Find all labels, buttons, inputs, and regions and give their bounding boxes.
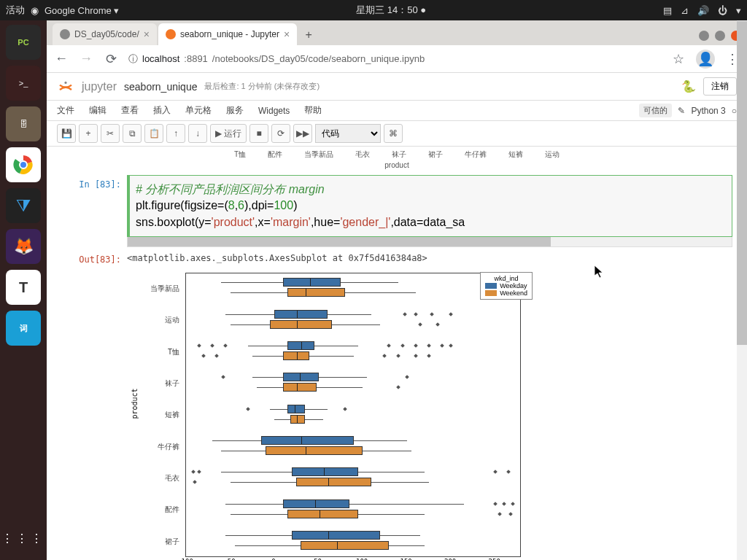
tab-title: seaborn_unique - Jupyter — [180, 29, 279, 39]
svg-point-3 — [64, 81, 66, 83]
menu-cell[interactable]: 单元格 — [185, 104, 212, 117]
forward-button[interactable]: → — [79, 51, 93, 66]
menu-insert[interactable]: 插入 — [153, 104, 171, 117]
reload-button[interactable]: ⟳ — [104, 51, 118, 67]
app-texteditor[interactable]: T — [6, 270, 41, 305]
profile-icon[interactable]: 👤 — [696, 50, 715, 69]
app-vscode[interactable]: ⧩ — [6, 188, 41, 223]
url-host: localhost — [142, 53, 179, 64]
in-prompt: In [83]: — [61, 175, 127, 247]
edit-icon[interactable]: ✎ — [678, 106, 685, 116]
code-cell[interactable]: In [83]: # 分析不同产品利润区间分布 margin plt.figur… — [61, 175, 732, 247]
app-chrome[interactable] — [6, 147, 41, 182]
menu-bar: 文件 编辑 查看 插入 单元格 服务 Widgets 帮助 可信的 ✎ Pyth… — [47, 101, 747, 121]
show-apps[interactable]: ⋮⋮⋮ — [1, 532, 45, 545]
bookmark-icon[interactable]: ☆ — [671, 51, 686, 67]
browser-window: DS_day05/code/ × seaborn_unique - Jupyte… — [47, 20, 747, 560]
stop-button[interactable]: ■ — [249, 124, 268, 143]
python-icon: 🐍 — [681, 79, 696, 93]
tab-title: DS_day05/code/ — [74, 29, 139, 39]
kernel-name[interactable]: Python 3 — [691, 106, 725, 116]
copy-button[interactable]: ⧉ — [123, 124, 142, 143]
output-cell: Out[83]: <matplotlib.axes._subplots.Axes… — [61, 250, 732, 560]
save-button[interactable]: 💾 — [57, 124, 76, 143]
app-files[interactable]: 🗄 — [6, 106, 41, 141]
window-maximize[interactable] — [715, 31, 725, 41]
command-palette-button[interactable]: ⌘ — [384, 124, 403, 143]
vertical-scrollbar[interactable] — [737, 147, 747, 560]
move-down-button[interactable]: ↓ — [188, 124, 207, 143]
y-axis-label: product — [131, 389, 139, 419]
svg-point-2 — [20, 161, 27, 168]
out-prompt: Out[83]: — [61, 250, 127, 560]
activities-label[interactable]: 活动 — [6, 4, 25, 17]
prev-chart-xlabels: T恤配件当季新品毛衣袜子裙子牛仔裤短裤运动 — [61, 147, 732, 161]
close-icon[interactable]: × — [144, 28, 150, 40]
url-port: :8891 — [184, 53, 208, 64]
address-bar: ← → ⟳ ⓘ localhost:8891/notebooks/DS_day0… — [47, 45, 747, 73]
horizontal-scrollbar[interactable] — [127, 237, 732, 247]
wifi-icon[interactable]: ⊿ — [681, 5, 689, 16]
jupyter-brand[interactable]: jupyter — [82, 80, 117, 93]
jupyter-logo-icon — [57, 78, 74, 96]
celltype-select[interactable]: 代码 — [315, 124, 381, 143]
fastforward-button[interactable]: ▶▶ — [293, 124, 312, 143]
logout-button[interactable]: 注销 — [703, 77, 737, 96]
jupyter-header: jupyter seaborn_unique 最后检查: 1 分钟前 (未保存改… — [47, 73, 747, 101]
restart-button[interactable]: ⟳ — [271, 124, 290, 143]
menu-edit[interactable]: 编辑 — [89, 104, 107, 117]
menu-kernel[interactable]: 服务 — [226, 104, 244, 117]
tab-1[interactable]: seaborn_unique - Jupyter × — [158, 23, 297, 45]
notebook-title[interactable]: seaborn_unique — [124, 81, 197, 93]
folder-icon — [60, 29, 70, 39]
clock[interactable]: 星期三 14：50 ● — [119, 4, 663, 17]
url-path: /notebooks/DS_day05/code/seaborn_unique.… — [212, 53, 425, 64]
window-minimize[interactable] — [699, 31, 709, 41]
close-icon[interactable]: × — [284, 28, 290, 40]
toolbar: 💾 + ✂ ⧉ 📋 ↑ ↓ ▶ 运行 ■ ⟳ ▶▶ 代码 ⌘ — [47, 121, 747, 147]
cut-button[interactable]: ✂ — [101, 124, 120, 143]
trusted-badge[interactable]: 可信的 — [639, 104, 672, 117]
url-field[interactable]: ⓘ localhost:8891/notebooks/DS_day05/code… — [128, 52, 661, 66]
back-button[interactable]: ← — [54, 51, 69, 66]
jupyter-icon — [166, 29, 176, 39]
menu-help[interactable]: 帮助 — [304, 104, 322, 117]
output-text: <matplotlib.axes._subplots.AxesSubplot a… — [127, 250, 732, 266]
volume-icon[interactable]: 🔊 — [697, 5, 709, 16]
paste-button[interactable]: 📋 — [144, 124, 163, 143]
os-topbar: 活动 ◉ Google Chrome ▾ 星期三 14：50 ● ▤ ⊿ 🔊 ⏻… — [0, 0, 747, 20]
app-firefox[interactable]: 🦊 — [6, 229, 41, 264]
app-dictionary[interactable]: 词 — [6, 311, 41, 346]
tab-strip: DS_day05/code/ × seaborn_unique - Jupyte… — [47, 20, 747, 45]
add-cell-button[interactable]: + — [79, 124, 98, 143]
info-icon[interactable]: ⓘ — [128, 52, 138, 66]
app-terminal[interactable]: >_ — [6, 66, 41, 101]
menu-widgets[interactable]: Widgets — [258, 106, 290, 116]
move-up-button[interactable]: ↑ — [166, 124, 185, 143]
notebook-body[interactable]: T恤配件当季新品毛衣袜子裙子牛仔裤短裤运动 product In [83]: #… — [47, 147, 747, 560]
caret-icon[interactable]: ▾ — [736, 5, 741, 16]
checkpoint-label: 最后检查: 1 分钟前 (未保存改变) — [204, 81, 320, 92]
run-button[interactable]: ▶ 运行 — [210, 124, 247, 143]
power-icon[interactable]: ⏻ — [718, 5, 727, 16]
boxplot-chart: wkd_ind Weekday Weekend 当季新品运动T恤袜子短裤牛仔裤毛… — [127, 269, 535, 560]
menu-file[interactable]: 文件 — [57, 104, 74, 117]
chrome-icon: ◉ — [31, 5, 39, 16]
menu-view[interactable]: 查看 — [121, 104, 139, 117]
tab-0[interactable]: DS_day05/code/ × — [53, 23, 157, 45]
launcher: PC >_ 🗄 ⧩ 🦊 T 词 ⋮⋮⋮ — [0, 20, 47, 560]
kernel-status-icon: ○ — [732, 106, 737, 116]
chart-legend: wkd_ind Weekday Weekend — [480, 272, 533, 300]
code-editor[interactable]: # 分析不同产品利润区间分布 margin plt.figure(figsize… — [127, 175, 732, 237]
mouse-cursor — [595, 265, 606, 280]
app-menu[interactable]: Google Chrome ▾ — [44, 5, 119, 16]
prev-chart-xlabel: product — [61, 161, 732, 169]
app-pycharm[interactable]: PC — [6, 25, 41, 60]
new-tab-button[interactable]: + — [298, 25, 319, 45]
network-icon[interactable]: ▤ — [663, 5, 672, 16]
